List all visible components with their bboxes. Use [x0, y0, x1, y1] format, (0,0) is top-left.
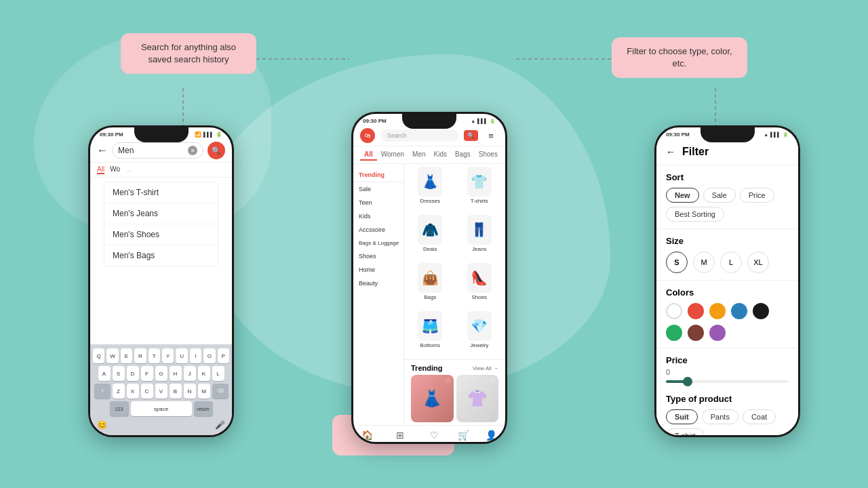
key-delete[interactable]: ⌫	[212, 384, 229, 399]
view-all-link[interactable]: View All →	[473, 365, 498, 371]
key-u[interactable]: U	[176, 348, 187, 363]
sidebar-item-teen[interactable]: Teen	[353, 196, 403, 209]
search-go-button[interactable]: 🔍	[208, 142, 225, 159]
key-l[interactable]: L	[212, 366, 224, 381]
left-tab-wo[interactable]: Wo	[110, 165, 120, 174]
back-button[interactable]: ←	[97, 144, 108, 157]
color-black[interactable]	[753, 303, 769, 319]
bottom-nav-categories[interactable]: ⊞ Categories	[389, 430, 412, 444]
center-tab-women[interactable]: Women	[377, 149, 408, 161]
sidebar-item-accssoire[interactable]: Accssoire	[353, 223, 403, 237]
key-q[interactable]: Q	[93, 348, 104, 363]
trending-image-left[interactable]: 👗 ♡	[411, 375, 454, 422]
color-orange[interactable]	[709, 303, 726, 319]
key-p[interactable]: P	[218, 348, 229, 363]
key-shift[interactable]: ⇧	[94, 384, 111, 399]
size-m[interactable]: M	[693, 251, 715, 273]
category-tshirts[interactable]: 👕 T-shirts	[456, 167, 503, 212]
key-n[interactable]: N	[184, 384, 196, 399]
size-s[interactable]: S	[666, 251, 688, 273]
category-bottoms[interactable]: 🩳 Bottoms	[407, 311, 454, 357]
filter-back-button[interactable]: ←	[666, 146, 675, 157]
search-input-container[interactable]: Men ✕	[112, 142, 203, 159]
size-xl[interactable]: XL	[747, 251, 769, 273]
category-jeans[interactable]: 👖 Jeans	[456, 215, 503, 260]
bottom-nav-profile[interactable]: 👤 Profile	[484, 430, 498, 444]
type-tshirt[interactable]: T-shirt	[666, 428, 705, 437]
sort-chip-new[interactable]: New	[666, 188, 699, 203]
search-input-value[interactable]: Men	[118, 146, 185, 155]
color-white[interactable]	[666, 303, 682, 319]
key-e[interactable]: E	[121, 348, 132, 363]
search-btn-center[interactable]: 🔍	[464, 130, 478, 141]
color-brown[interactable]	[688, 325, 704, 341]
key-h[interactable]: H	[170, 366, 182, 381]
key-z[interactable]: Z	[113, 384, 125, 399]
price-thumb[interactable]	[683, 377, 692, 386]
sort-chip-best[interactable]: Best Sorting	[666, 207, 724, 222]
sidebar-item-beauty[interactable]: Beauty	[353, 277, 403, 290]
price-slider[interactable]	[666, 380, 789, 383]
suggestion-shoes[interactable]: Men's Shoes	[104, 224, 218, 245]
center-tab-men[interactable]: Men	[408, 149, 429, 161]
filter-icon-btn[interactable]: ≡	[484, 128, 498, 143]
category-jewelry[interactable]: 💎 Jewelry	[456, 311, 503, 357]
sidebar-item-bags[interactable]: Bags & Luggage	[353, 237, 403, 249]
bottom-nav-wishlist[interactable]: ♡ Wishlist	[427, 430, 443, 444]
left-tab-es[interactable]: ...	[125, 165, 131, 174]
left-tab-all[interactable]: All	[97, 165, 104, 174]
sidebar-item-shoes[interactable]: Shoes	[353, 249, 403, 263]
key-t[interactable]: T	[149, 348, 160, 363]
sidebar-item-home[interactable]: Home	[353, 263, 403, 277]
mic-key[interactable]: 🎤	[215, 420, 225, 430]
key-y[interactable]: Y	[162, 348, 174, 363]
color-blue[interactable]	[731, 303, 747, 319]
sort-chip-price[interactable]: Price	[740, 188, 774, 203]
center-tab-shoes[interactable]: Shoes	[475, 149, 502, 161]
type-pants[interactable]: Pants	[702, 409, 738, 424]
key-m[interactable]: M	[198, 384, 210, 399]
key-j[interactable]: J	[184, 366, 196, 381]
center-tab-all[interactable]: All	[360, 149, 377, 161]
sidebar-item-kids[interactable]: Kids	[353, 209, 403, 223]
center-tab-bags[interactable]: Bags	[451, 149, 475, 161]
center-search-bar[interactable]: Search	[380, 129, 458, 142]
key-return[interactable]: return	[194, 401, 213, 416]
key-o[interactable]: O	[203, 348, 215, 363]
heart-icon-right[interactable]: ♡	[490, 378, 496, 385]
suggestion-jeans[interactable]: Men's Jeans	[104, 203, 218, 224]
suggestion-bags[interactable]: Men's Bags	[104, 245, 218, 266]
key-k[interactable]: K	[198, 366, 210, 381]
emoji-key[interactable]: 😊	[97, 420, 107, 430]
sidebar-item-trending[interactable]: Trending	[353, 168, 403, 182]
sidebar-item-sale[interactable]: Sale	[353, 182, 403, 196]
key-c[interactable]: C	[141, 384, 153, 399]
key-w[interactable]: W	[106, 348, 118, 363]
category-deals[interactable]: 🧥 Deals	[407, 215, 454, 260]
category-shoes[interactable]: 👠 Shoes	[456, 263, 503, 308]
sort-chip-sale[interactable]: Sale	[703, 188, 736, 203]
key-d[interactable]: D	[127, 366, 139, 381]
bottom-nav-cart[interactable]: 🛒 Cart	[458, 430, 469, 444]
color-red[interactable]	[688, 303, 704, 319]
color-green[interactable]	[666, 325, 682, 341]
key-v[interactable]: V	[155, 384, 167, 399]
key-123[interactable]: 123	[110, 401, 129, 416]
keyboard[interactable]: Q W E R T Y U I O P A S D F G H J K L	[90, 344, 232, 435]
category-dresses[interactable]: 👗 Dresses	[407, 167, 454, 212]
key-r[interactable]: R	[134, 348, 146, 363]
key-space[interactable]: space	[131, 401, 192, 416]
key-x[interactable]: X	[127, 384, 139, 399]
trending-image-right[interactable]: 👚 ♡	[456, 375, 499, 422]
type-coat[interactable]: Coat	[743, 409, 776, 424]
key-s[interactable]: S	[113, 366, 125, 381]
key-b[interactable]: B	[170, 384, 182, 399]
key-g[interactable]: G	[155, 366, 167, 381]
key-a[interactable]: A	[98, 366, 111, 381]
type-suit[interactable]: Suit	[666, 409, 698, 424]
size-l[interactable]: L	[720, 251, 742, 273]
suggestion-tshirt[interactable]: Men's T-shirt	[104, 182, 218, 203]
center-tab-kids[interactable]: Kids	[430, 149, 451, 161]
category-bags[interactable]: 👜 Bags	[407, 263, 454, 308]
key-f[interactable]: F	[141, 366, 153, 381]
